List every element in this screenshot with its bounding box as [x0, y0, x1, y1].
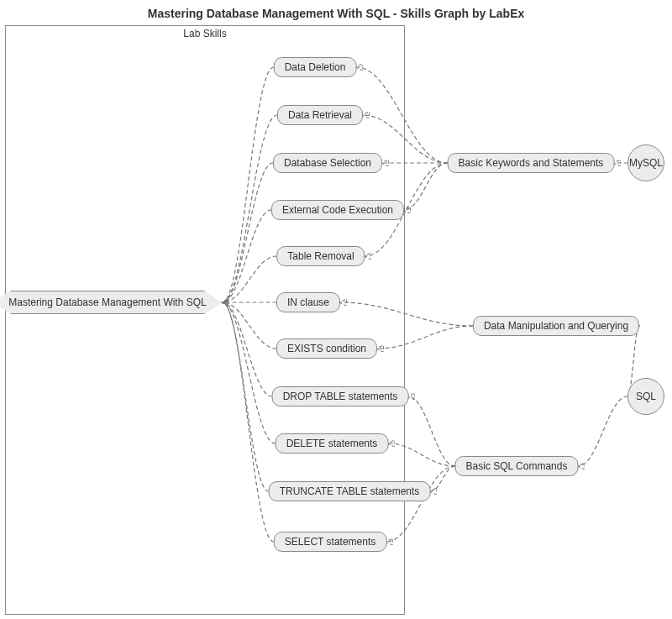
diagram-title: Mastering Database Management With SQL -…: [0, 7, 672, 20]
node-label: SELECT statements: [285, 536, 376, 548]
node-label: Data Deletion: [285, 61, 346, 73]
node-label: DELETE statements: [286, 438, 378, 449]
edge: [408, 396, 454, 466]
node-label: Data Retrieval: [288, 109, 352, 121]
node-select-statements: SELECT statements: [274, 532, 387, 552]
node-table-removal: Table Removal: [276, 246, 365, 266]
node-delete-statements: DELETE statements: [276, 433, 389, 454]
edge: [578, 396, 627, 466]
node-label: EXISTS condition: [287, 343, 366, 354]
node-root: Mastering Database Management With SQL: [0, 291, 223, 314]
node-data-deletion: Data Deletion: [274, 57, 357, 77]
node-label: TRUNCATE TABLE statements: [280, 485, 420, 497]
node-truncate-table-statements: TRUNCATE TABLE statements: [269, 481, 431, 501]
edge: [404, 163, 448, 210]
node-data-retrieval: Data Retrieval: [277, 105, 363, 125]
node-basic-keywords-and-statements: Basic Keywords and Statements: [448, 153, 615, 173]
diagram-stage: Mastering Database Management With SQL -…: [0, 0, 672, 619]
node-external-code-execution: External Code Execution: [271, 200, 404, 220]
node-label: IN clause: [287, 296, 329, 308]
node-label: Database Selection: [284, 157, 371, 169]
node-data-manipulation-and-querying: Data Manipulation and Querying: [473, 316, 639, 336]
edge: [430, 466, 454, 491]
node-label: Table Removal: [287, 250, 354, 262]
group-lab-skills-label: Lab Skills: [6, 28, 404, 39]
node-drop-table-statements: DROP TABLE statements: [272, 386, 409, 407]
node-root-label: Mastering Database Management With SQL: [8, 296, 206, 308]
node-in-clause: IN clause: [276, 292, 340, 312]
node-label: External Code Execution: [282, 204, 393, 216]
node-label: Basic Keywords and Statements: [459, 157, 604, 169]
node-label: SQL: [636, 391, 656, 402]
node-label: Basic SQL Commands: [466, 460, 568, 472]
node-exists-condition: EXISTS condition: [276, 338, 377, 359]
node-database-selection: Database Selection: [273, 153, 382, 173]
node-label: MySQL: [629, 157, 663, 169]
node-label: DROP TABLE statements: [283, 391, 398, 402]
node-label: Data Manipulation and Querying: [484, 320, 628, 332]
node-mysql: MySQL: [627, 144, 664, 181]
node-sql: SQL: [627, 378, 664, 415]
node-basic-sql-commands: Basic SQL Commands: [455, 456, 579, 476]
